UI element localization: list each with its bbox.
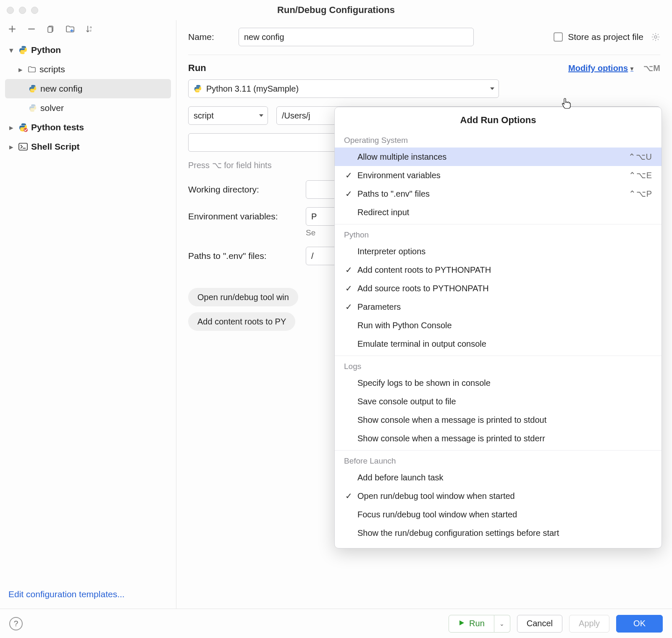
popup-item[interactable]: Focus run/debug tool window when started — [335, 505, 662, 524]
popup-item-label: Show console when a message is printed t… — [357, 415, 546, 425]
popup-group-label: Logs — [335, 359, 662, 374]
svg-point-5 — [24, 53, 25, 53]
popup-item[interactable]: Emulate terminal in output console — [335, 335, 662, 353]
tree-label: solver — [40, 103, 64, 113]
remove-config-icon[interactable] — [27, 24, 36, 34]
run-split-button[interactable]: ⌄ — [494, 615, 510, 633]
working-directory-label: Working directory: — [188, 185, 297, 195]
popup-group-label: Operating System — [335, 132, 662, 148]
tree-node-solver[interactable]: solver — [5, 98, 171, 118]
help-icon[interactable]: ? — [9, 617, 23, 630]
chevron-down-icon: ⌄ — [499, 620, 504, 627]
popup-item[interactable]: ✓Open run/debug tool window when started — [335, 487, 662, 505]
tree-node-scripts[interactable]: ▸ scripts — [5, 60, 171, 79]
minimize-window-icon[interactable] — [19, 7, 26, 14]
popup-item[interactable]: Run with Python Console — [335, 316, 662, 335]
popup-item[interactable]: Allow multiple instances⌃⌥U — [335, 148, 662, 166]
popup-item[interactable]: Save console output to file — [335, 392, 662, 411]
option-pill-content-roots[interactable]: Add content roots to PY — [188, 312, 295, 331]
svg-text:z: z — [90, 29, 92, 32]
popup-item[interactable]: Show console when a message is printed t… — [335, 411, 662, 429]
svg-rect-7 — [19, 143, 27, 150]
popup-item[interactable]: Interpreter options — [335, 242, 662, 261]
python-icon — [18, 45, 28, 55]
tree-label: Shell Script — [31, 142, 80, 152]
run-section-title: Run — [188, 63, 206, 74]
python-icon — [194, 84, 202, 93]
popup-item-shortcut: ⌃⌥E — [629, 170, 652, 180]
popup-item[interactable]: Show console when a message is printed t… — [335, 429, 662, 448]
popup-group-label: Python — [335, 227, 662, 242]
popup-item[interactable]: Add before launch task — [335, 468, 662, 487]
cancel-button[interactable]: Cancel — [517, 615, 562, 633]
python-icon — [29, 84, 37, 93]
window-controls — [7, 7, 38, 14]
copy-config-icon[interactable] — [46, 24, 55, 34]
popup-item-label: Focus run/debug tool window when started — [357, 510, 517, 519]
popup-item-label: Interpreter options — [357, 247, 425, 256]
name-label: Name: — [188, 32, 230, 42]
popup-item[interactable]: ✓Add content roots to PYTHONPATH — [335, 261, 662, 279]
dialog-footer: ? Run ⌄ Cancel Apply OK — [0, 609, 672, 638]
chevron-right-icon: ▸ — [8, 142, 15, 152]
titlebar: Run/Debug Configurations — [0, 0, 672, 20]
popup-item-label: Paths to ".env" files — [357, 189, 430, 199]
tree-node-shell-script[interactable]: ▸ Shell Script — [5, 137, 171, 156]
modify-options-shortcut: ⌥M — [643, 63, 660, 73]
name-input[interactable]: new config — [239, 28, 474, 46]
close-window-icon[interactable] — [7, 7, 14, 14]
play-icon — [458, 619, 465, 628]
store-as-project-checkbox[interactable] — [554, 32, 563, 42]
chevron-down-icon: ▾ — [8, 45, 15, 55]
popup-item-label: Add before launch task — [357, 473, 444, 482]
modify-options-link[interactable]: Modify options ▾ — [568, 63, 633, 73]
tree-node-python[interactable]: ▾ Python — [5, 40, 171, 60]
interpreter-select[interactable]: Python 3.11 (mySample) — [188, 79, 499, 98]
popup-item-shortcut: ⌃⌥P — [629, 189, 652, 199]
check-icon: ✓ — [344, 170, 353, 180]
script-mode-select[interactable]: script — [188, 106, 268, 125]
popup-item-label: Allow multiple instances — [357, 152, 446, 162]
popup-item-shortcut: ⌃⌥U — [628, 152, 652, 162]
edit-templates-link[interactable]: Edit configuration templates... — [0, 583, 176, 609]
popup-item-label: Run with Python Console — [357, 321, 452, 330]
folder-icon — [28, 66, 36, 73]
tree-node-new-config[interactable]: new config — [5, 79, 171, 98]
run-button[interactable]: Run — [449, 615, 494, 633]
check-icon: ✓ — [344, 491, 353, 501]
popup-item-label: Add source roots to PYTHONPATH — [357, 284, 489, 293]
zoom-window-icon[interactable] — [31, 7, 38, 14]
config-tree: ▾ Python ▸ scripts new config — [0, 38, 176, 583]
check-icon: ✓ — [344, 283, 353, 293]
tree-label: Python tests — [31, 122, 84, 132]
popup-item[interactable]: Redirect input — [335, 203, 662, 221]
popup-item-label: Specify logs to be shown in console — [357, 378, 491, 388]
popup-item[interactable]: ✓Add source roots to PYTHONPATH — [335, 279, 662, 298]
popup-item[interactable]: ✓Parameters — [335, 298, 662, 316]
apply-button[interactable]: Apply — [569, 615, 609, 633]
chevron-right-icon: ▸ — [17, 65, 24, 74]
check-icon: ✓ — [344, 302, 353, 312]
popup-item[interactable]: ✓Environment variables⌃⌥E — [335, 166, 662, 185]
popup-item-label: Parameters — [357, 302, 401, 312]
popup-item-label: Save console output to file — [357, 397, 456, 406]
chevron-right-icon: ▸ — [8, 123, 15, 132]
window-title: Run/Debug Configurations — [0, 5, 672, 16]
popup-item[interactable]: ✓Paths to ".env" files⌃⌥P — [335, 185, 662, 203]
popup-item[interactable]: Show the run/debug configuration setting… — [335, 524, 662, 542]
svg-point-8 — [654, 36, 657, 38]
gear-icon[interactable] — [651, 32, 660, 42]
ok-button[interactable]: OK — [616, 615, 663, 633]
tree-node-python-tests[interactable]: ▸ Python tests — [5, 118, 171, 137]
config-sidebar: az ▾ Python ▸ scripts — [0, 20, 176, 609]
popup-title: Add Run Options — [335, 112, 662, 132]
option-pill-open-tool[interactable]: Open run/debug tool win — [188, 288, 298, 306]
tree-label: new config — [40, 84, 82, 94]
folder-config-icon[interactable] — [66, 24, 75, 34]
popup-item[interactable]: Specify logs to be shown in console — [335, 374, 662, 392]
add-config-icon[interactable] — [8, 24, 17, 34]
sort-config-icon[interactable]: az — [85, 24, 94, 34]
terminal-icon — [18, 142, 28, 151]
chevron-down-icon: ▾ — [630, 65, 633, 72]
env-vars-label: Environment variables: — [188, 211, 297, 221]
